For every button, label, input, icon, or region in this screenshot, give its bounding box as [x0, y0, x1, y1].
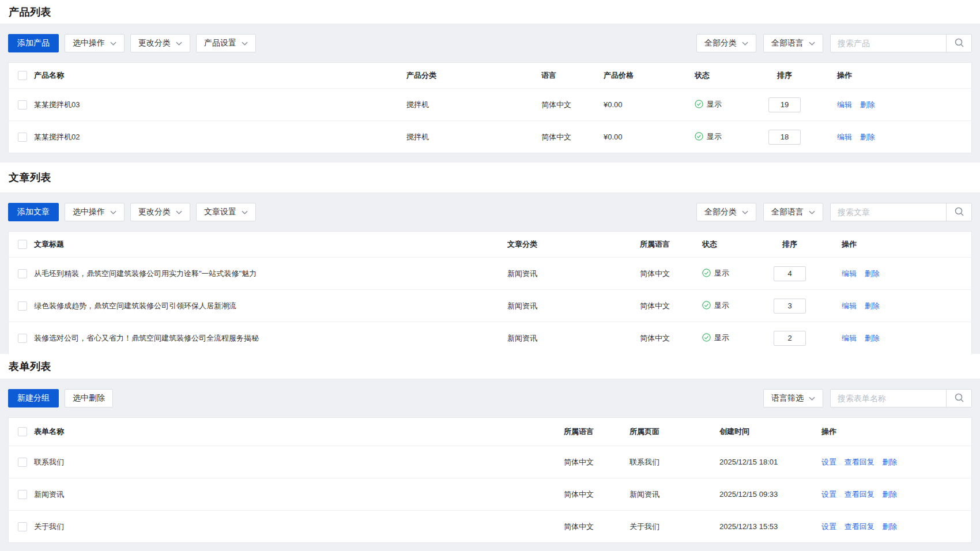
- delete-link[interactable]: 删除: [865, 269, 880, 278]
- article-toolbar: 添加文章 选中操作 更改分类 文章设置 全部分类 全部语言: [0, 193, 980, 231]
- row-checkbox[interactable]: [18, 334, 27, 343]
- edit-link[interactable]: 编辑: [837, 133, 852, 141]
- view-replies-link[interactable]: 查看回复: [845, 522, 875, 531]
- chevron-down-icon: [809, 210, 815, 214]
- article-title: 装修选对公司，省心又省力！鼎筑空间建筑装修公司全流程服务揭秘: [34, 333, 507, 344]
- product-search-button[interactable]: [946, 35, 971, 52]
- product-toolbar-right: 全部分类 全部语言: [696, 34, 972, 52]
- product-price: ¥0.00: [604, 100, 695, 109]
- article-category: 新闻资讯: [507, 333, 640, 344]
- settings-link[interactable]: 设置: [821, 458, 836, 466]
- view-replies-link[interactable]: 查看回复: [845, 490, 875, 499]
- article-title: 从毛坯到精装，鼎筑空间建筑装修公司用实力诠释"一站式装修"魅力: [34, 269, 507, 279]
- chevron-down-icon: [176, 210, 182, 214]
- form-toolbar-right: 语言筛选: [763, 389, 972, 407]
- form-language: 简体中文: [564, 489, 630, 500]
- form-language-filter-dropdown[interactable]: 语言筛选: [763, 389, 823, 407]
- article-title-bar: 文章列表: [0, 163, 980, 193]
- column-header-status: 状态: [695, 70, 758, 81]
- article-selected-action-dropdown[interactable]: 选中操作: [65, 203, 125, 221]
- sort-order-input[interactable]: [774, 331, 806, 346]
- row-checkbox[interactable]: [18, 133, 27, 142]
- edit-link[interactable]: 编辑: [842, 301, 857, 310]
- delete-link[interactable]: 删除: [882, 458, 897, 466]
- dropdown-label: 产品设置: [204, 38, 236, 48]
- settings-link[interactable]: 设置: [821, 490, 836, 499]
- sort-order-input[interactable]: [768, 97, 801, 112]
- sort-order-input[interactable]: [774, 266, 806, 281]
- article-settings-dropdown[interactable]: 文章设置: [196, 203, 256, 221]
- sort-order-input[interactable]: [774, 299, 806, 314]
- edit-link[interactable]: 编辑: [837, 100, 852, 109]
- product-language: 简体中文: [541, 132, 604, 142]
- row-checkbox[interactable]: [18, 100, 27, 110]
- row-checkbox[interactable]: [18, 522, 27, 531]
- column-header-category: 产品分类: [406, 70, 541, 81]
- select-all-checkbox[interactable]: [18, 427, 27, 436]
- row-checkbox[interactable]: [18, 458, 27, 467]
- product-search-input[interactable]: [831, 35, 946, 52]
- product-change-category-dropdown[interactable]: 更改分类: [130, 34, 190, 52]
- column-header-name: 产品名称: [34, 70, 406, 81]
- article-category-filter-dropdown[interactable]: 全部分类: [696, 203, 756, 221]
- button-label: 选中删除: [73, 393, 105, 403]
- article-section: 文章列表 添加文章 选中操作 更改分类 文章设置 全部分类 全部语: [0, 163, 980, 354]
- article-language-filter-dropdown[interactable]: 全部语言: [763, 203, 823, 221]
- delete-link[interactable]: 删除: [865, 301, 880, 310]
- article-table: 文章标题 文章分类 所属语言 状态 排序 操作 从毛坯到精装，鼎筑空间建筑装修公…: [8, 231, 972, 354]
- product-category-filter-dropdown[interactable]: 全部分类: [696, 34, 756, 52]
- delete-selected-button[interactable]: 选中删除: [65, 389, 113, 407]
- new-group-button[interactable]: 新建分组: [8, 389, 59, 407]
- edit-link[interactable]: 编辑: [842, 269, 857, 278]
- article-category: 新闻资讯: [507, 269, 640, 279]
- delete-link[interactable]: 删除: [860, 133, 875, 141]
- row-checkbox[interactable]: [18, 269, 27, 278]
- status-badge: 显示: [702, 268, 764, 280]
- select-all-checkbox[interactable]: [18, 71, 27, 80]
- chevron-down-icon: [176, 41, 182, 46]
- product-language-filter-dropdown[interactable]: 全部语言: [763, 34, 823, 52]
- product-toolbar-left: 添加产品 选中操作 更改分类 产品设置: [8, 34, 256, 52]
- column-header-price: 产品价格: [604, 70, 695, 81]
- view-replies-link[interactable]: 查看回复: [845, 458, 875, 466]
- chevron-down-icon: [110, 41, 116, 46]
- article-language: 简体中文: [640, 301, 702, 311]
- form-table-header: 表单名称 所属语言 所属页面 创建时间 操作: [9, 418, 971, 446]
- search-icon: [954, 206, 964, 218]
- delete-link[interactable]: 删除: [882, 490, 897, 499]
- edit-link[interactable]: 编辑: [842, 334, 857, 342]
- check-circle-icon: [702, 301, 711, 310]
- column-header-actions: 操作: [816, 239, 971, 250]
- settings-link[interactable]: 设置: [821, 522, 836, 531]
- form-search: [830, 389, 972, 407]
- check-circle-icon: [702, 333, 711, 342]
- product-name: 某某搅拌机03: [34, 100, 406, 110]
- select-all-checkbox[interactable]: [18, 240, 27, 249]
- article-table-header: 文章标题 文章分类 所属语言 状态 排序 操作: [9, 232, 971, 257]
- delete-link[interactable]: 删除: [882, 522, 897, 531]
- column-header-language: 所属语言: [640, 239, 702, 250]
- form-search-button[interactable]: [946, 390, 971, 407]
- delete-link[interactable]: 删除: [860, 100, 875, 109]
- product-row: 某某搅拌机03 搅拌机 简体中文 ¥0.00 显示 编辑 删除: [9, 88, 971, 120]
- product-category: 搅拌机: [406, 132, 541, 142]
- row-checkbox[interactable]: [18, 490, 27, 499]
- article-search-input[interactable]: [831, 203, 946, 221]
- form-page: 联系我们: [630, 457, 719, 467]
- add-product-button[interactable]: 添加产品: [8, 34, 59, 52]
- article-change-category-dropdown[interactable]: 更改分类: [130, 203, 190, 221]
- product-selected-action-dropdown[interactable]: 选中操作: [65, 34, 125, 52]
- form-search-input[interactable]: [831, 390, 946, 407]
- add-article-button[interactable]: 添加文章: [8, 203, 59, 221]
- dropdown-label: 全部分类: [704, 207, 737, 217]
- form-name: 联系我们: [34, 457, 564, 467]
- delete-link[interactable]: 删除: [865, 334, 880, 342]
- column-header-language: 语言: [541, 70, 604, 81]
- product-settings-dropdown[interactable]: 产品设置: [196, 34, 256, 52]
- sort-order-input[interactable]: [768, 130, 801, 145]
- row-checkbox[interactable]: [18, 301, 27, 311]
- form-toolbar-left: 新建分组 选中删除: [8, 389, 113, 407]
- status-badge: 显示: [702, 300, 764, 312]
- column-header-language: 所属语言: [564, 427, 630, 437]
- article-search-button[interactable]: [946, 203, 971, 221]
